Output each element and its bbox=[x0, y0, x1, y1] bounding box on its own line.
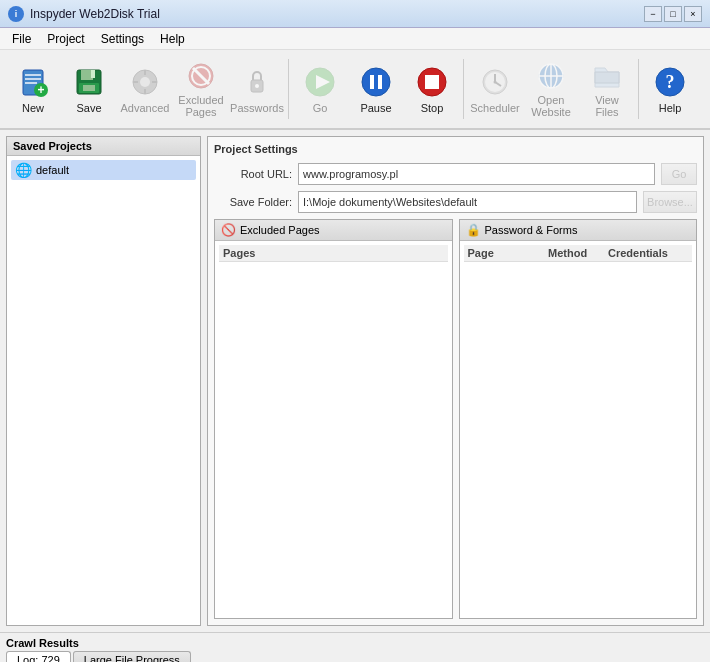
project-item-label: default bbox=[36, 164, 69, 176]
svg-rect-13 bbox=[144, 70, 146, 75]
crawl-results-header: Crawl Results bbox=[6, 633, 704, 651]
password-forms-panel-header: 🔒 Password & Forms bbox=[460, 220, 697, 241]
minimize-button[interactable]: − bbox=[644, 6, 662, 22]
open-website-label: Open Website bbox=[527, 94, 575, 118]
project-settings-header: Project Settings bbox=[214, 143, 697, 155]
excluded-pages-panel-header: 🚫 Excluded Pages bbox=[215, 220, 452, 241]
save-folder-label: Save Folder: bbox=[214, 196, 292, 208]
title-bar: i Inspyder Web2Disk Trial − □ × bbox=[0, 0, 710, 28]
svg-text:?: ? bbox=[666, 72, 675, 92]
help-button[interactable]: ? Help bbox=[643, 55, 697, 123]
saved-projects-list: 🌐 default bbox=[7, 156, 200, 625]
scheduler-button[interactable]: Scheduler bbox=[468, 55, 522, 123]
toolbar-separator-3 bbox=[638, 59, 639, 119]
app-icon: i bbox=[8, 6, 24, 22]
project-globe-icon: 🌐 bbox=[15, 162, 32, 178]
go-icon bbox=[302, 64, 338, 100]
save-button[interactable]: Save bbox=[62, 55, 116, 123]
help-label: Help bbox=[659, 102, 682, 114]
svg-point-24 bbox=[362, 68, 390, 96]
go-button[interactable]: Go bbox=[293, 55, 347, 123]
help-icon: ? bbox=[652, 64, 688, 100]
advanced-icon bbox=[127, 64, 163, 100]
excluded-pages-label: Excluded Pages bbox=[177, 94, 225, 118]
excluded-pages-panel: 🚫 Excluded Pages Pages bbox=[214, 219, 453, 619]
go-url-button[interactable]: Go bbox=[661, 163, 697, 185]
svg-point-33 bbox=[494, 81, 497, 84]
browse-button[interactable]: Browse... bbox=[643, 191, 697, 213]
excluded-pages-icon bbox=[183, 60, 219, 92]
excluded-pages-table-header: Pages bbox=[219, 245, 448, 262]
passwords-label: Passwords bbox=[230, 102, 284, 114]
tab-large-file[interactable]: Large File Progress bbox=[73, 651, 191, 662]
new-button[interactable]: + New bbox=[6, 55, 60, 123]
project-item-default[interactable]: 🌐 default bbox=[11, 160, 196, 180]
menu-help[interactable]: Help bbox=[152, 30, 193, 48]
open-website-button[interactable]: Open Website bbox=[524, 55, 578, 123]
scheduler-icon bbox=[477, 64, 513, 100]
menu-project[interactable]: Project bbox=[39, 30, 92, 48]
window-controls: − □ × bbox=[644, 6, 702, 22]
menu-file[interactable]: File bbox=[4, 30, 39, 48]
pf-col-method: Method bbox=[548, 247, 608, 259]
svg-rect-3 bbox=[25, 82, 37, 84]
save-label: Save bbox=[76, 102, 101, 114]
crawl-tabs: Log: 729 Large File Progress bbox=[6, 651, 704, 662]
svg-rect-26 bbox=[378, 75, 382, 89]
scheduler-label: Scheduler bbox=[470, 102, 520, 114]
svg-rect-14 bbox=[144, 89, 146, 94]
excluded-pages-panel-body: Pages bbox=[215, 241, 452, 618]
restore-button[interactable]: □ bbox=[664, 6, 682, 22]
svg-rect-8 bbox=[91, 70, 95, 78]
project-settings-panel: Project Settings Root URL: Go Save Folde… bbox=[207, 136, 704, 626]
open-website-icon bbox=[533, 60, 569, 92]
crawl-results-panel: Crawl Results Log: 729 Large File Progre… bbox=[0, 632, 710, 662]
new-label: New bbox=[22, 102, 44, 114]
svg-rect-1 bbox=[25, 74, 41, 76]
svg-rect-16 bbox=[152, 81, 157, 83]
passwords-icon bbox=[239, 64, 275, 100]
saved-projects-panel: Saved Projects 🌐 default bbox=[6, 136, 201, 626]
passwords-button[interactable]: Passwords bbox=[230, 55, 284, 123]
password-forms-panel-title: Password & Forms bbox=[485, 224, 578, 236]
tab-log[interactable]: Log: 729 bbox=[6, 651, 71, 662]
toolbar: + New Save bbox=[0, 50, 710, 130]
pause-icon bbox=[358, 64, 394, 100]
menu-bar: File Project Settings Help bbox=[0, 28, 710, 50]
root-url-input[interactable] bbox=[298, 163, 655, 185]
advanced-button[interactable]: Advanced bbox=[118, 55, 172, 123]
view-files-button[interactable]: View Files bbox=[580, 55, 634, 123]
excluded-pages-button[interactable]: Excluded Pages bbox=[174, 55, 228, 123]
pause-label: Pause bbox=[360, 102, 391, 114]
stop-label: Stop bbox=[421, 102, 444, 114]
root-url-row: Root URL: Go bbox=[214, 163, 697, 185]
view-files-label: View Files bbox=[583, 94, 631, 118]
save-folder-input[interactable] bbox=[298, 191, 637, 213]
svg-rect-2 bbox=[25, 78, 41, 80]
advanced-label: Advanced bbox=[121, 102, 170, 114]
close-button[interactable]: × bbox=[684, 6, 702, 22]
pf-col-page: Page bbox=[468, 247, 549, 259]
main-content: Saved Projects 🌐 default Project Setting… bbox=[0, 130, 710, 632]
save-folder-row: Save Folder: Browse... bbox=[214, 191, 697, 213]
root-url-label: Root URL: bbox=[214, 168, 292, 180]
sub-panels-row: 🚫 Excluded Pages Pages 🔒 Password & Form… bbox=[214, 219, 697, 619]
password-forms-panel-icon: 🔒 bbox=[466, 223, 481, 237]
pause-button[interactable]: Pause bbox=[349, 55, 403, 123]
excluded-pages-panel-title: Excluded Pages bbox=[240, 224, 320, 236]
svg-text:+: + bbox=[37, 83, 44, 97]
save-icon bbox=[71, 64, 107, 100]
excluded-pages-panel-icon: 🚫 bbox=[221, 223, 236, 237]
svg-rect-28 bbox=[425, 75, 439, 89]
new-icon: + bbox=[15, 64, 51, 100]
svg-point-21 bbox=[255, 84, 259, 88]
password-forms-panel: 🔒 Password & Forms Page Method Credentia… bbox=[459, 219, 698, 619]
menu-settings[interactable]: Settings bbox=[93, 30, 152, 48]
toolbar-separator-1 bbox=[288, 59, 289, 119]
password-forms-panel-body: Page Method Credentials bbox=[460, 241, 697, 618]
pf-col-credentials: Credentials bbox=[608, 247, 688, 259]
stop-icon bbox=[414, 64, 450, 100]
svg-rect-15 bbox=[133, 81, 138, 83]
excluded-pages-col-pages: Pages bbox=[223, 247, 444, 259]
stop-button[interactable]: Stop bbox=[405, 55, 459, 123]
